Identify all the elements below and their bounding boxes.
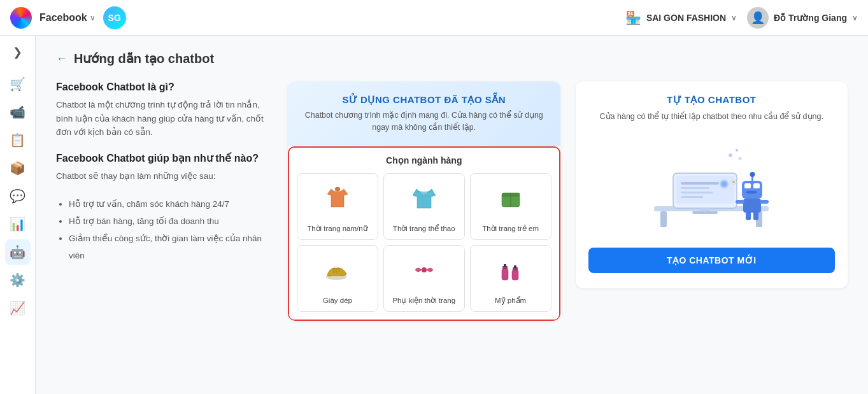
preset-subtitle: Chatbot chương trình mặc định mang đi. C… (298, 109, 550, 134)
shoes-label: Giày dép (323, 297, 352, 304)
svg-rect-9 (504, 264, 506, 267)
svg-rect-22 (681, 192, 713, 193)
svg-rect-31 (746, 191, 757, 193)
svg-rect-34 (760, 200, 769, 204)
fashion-sport-icon (409, 183, 439, 219)
industry-card-fashion-male-female[interactable]: Thời trang nam/nữ (297, 173, 378, 240)
sidebar-item-box[interactable]: 📦 (5, 155, 31, 181)
topbar-right: 🏪 SAI GON FASHION ∨ 👤 Đỗ Trường Giang ∨ (625, 7, 858, 29)
channel-avatar[interactable]: SG (103, 6, 126, 29)
cosmetics-label: Mỹ phẩm (495, 296, 526, 305)
facebook-chevron-icon: ∨ (90, 13, 96, 22)
user-menu[interactable]: 👤 Đỗ Trường Giang ∨ (747, 7, 858, 29)
store-icon: 🏪 (625, 10, 641, 25)
user-chevron-icon: ∨ (852, 13, 858, 22)
svg-rect-33 (736, 200, 744, 204)
sidebar-item-analytics[interactable]: 📈 (5, 295, 31, 321)
sidebar-item-bot[interactable]: 🤖 (5, 239, 31, 265)
cosmetics-icon (495, 255, 526, 291)
section2-title: Facebook Chatbot giúp bạn như thế nào? (56, 152, 273, 164)
sidebar-item-orders[interactable]: 📋 (5, 127, 31, 153)
store-name: SAI GON FASHION (646, 13, 726, 23)
fashion-male-female-icon (322, 183, 353, 219)
section1-title: Facebook Chatbot là gì? (56, 81, 273, 93)
topbar: Facebook ∨ SG 🏪 SAI GON FASHION ∨ 👤 Đỗ T… (0, 0, 868, 36)
fashion-male-female-label: Thời trang nam/nữ (307, 224, 368, 233)
custom-chatbot-subtitle: Cửa hàng có thể tự thiết lập chatbot the… (600, 111, 823, 123)
user-name: Đỗ Trường Giang (774, 13, 847, 23)
section2-intro: Chatbot sẽ thay bạn làm những việc sau: (56, 169, 273, 183)
store-chevron-icon: ∨ (731, 13, 737, 22)
svg-rect-36 (753, 211, 758, 220)
svg-rect-35 (746, 211, 751, 220)
bullet-3: Giảm thiểu công sức, thời gian làm việc … (69, 230, 273, 264)
industry-card-shoes[interactable]: Giày dép (297, 245, 378, 312)
svg-rect-1 (421, 192, 427, 193)
sidebar-item-chat[interactable]: 💬 (5, 183, 31, 209)
section1-body: Chatbot là một chương trình tự động trả … (56, 98, 273, 139)
left-column: Facebook Chatbot là gì? Chatbot là một c… (56, 81, 273, 264)
industry-card-accessories[interactable]: Phụ kiện thời trang (383, 245, 465, 312)
industry-selector: Chọn ngành hàng (288, 146, 560, 321)
content-grid: Facebook Chatbot là gì? Chatbot là một c… (56, 81, 848, 321)
store-switcher[interactable]: 🏪 SAI GON FASHION ∨ (625, 10, 737, 25)
svg-rect-30 (753, 183, 760, 188)
svg-rect-10 (512, 270, 518, 280)
industry-card-cosmetics[interactable]: Mỹ phẩm (470, 245, 551, 312)
shoes-icon (322, 255, 353, 292)
industry-grid: Thời trang nam/nữ Thời tr (297, 173, 551, 312)
svg-rect-32 (743, 199, 761, 213)
svg-rect-23 (681, 196, 703, 198)
svg-rect-21 (681, 187, 709, 189)
sidebar-toggle-button[interactable]: ❯ (6, 41, 29, 64)
feature-list: Hỗ trợ tư vấn, chăm sóc khách hàng 24/7 … (56, 195, 273, 264)
page-title: Hướng dẫn tạo chatbot (74, 51, 214, 66)
custom-chatbot-title: TỰ TẠO CHATBOT (667, 94, 757, 106)
facebook-switcher[interactable]: Facebook ∨ (39, 12, 96, 24)
svg-point-0 (335, 187, 340, 191)
user-avatar: 👤 (747, 7, 769, 29)
svg-rect-20 (681, 182, 719, 185)
svg-rect-29 (744, 183, 751, 188)
preset-header: SỬ DỤNG CHATBOT ĐÃ TẠO SẴN Chatbot chươn… (288, 81, 560, 146)
svg-point-38 (750, 172, 755, 177)
chatbot-illustration (588, 133, 836, 235)
content-area: ← Hướng dẫn tạo chatbot Facebook Chatbot… (36, 36, 868, 394)
svg-rect-28 (742, 181, 762, 199)
svg-rect-14 (660, 211, 667, 227)
custom-chatbot-panel: TỰ TẠO CHATBOT Cửa hàng có thể tự thiết … (576, 81, 848, 288)
back-button[interactable]: ← (56, 52, 68, 66)
svg-point-39 (729, 153, 732, 157)
preset-chatbot-panel: SỬ DỤNG CHATBOT ĐÃ TẠO SẴN Chatbot chươn… (288, 81, 560, 321)
accessories-label: Phụ kiện thời trang (392, 296, 455, 305)
facebook-label: Facebook (39, 12, 87, 24)
main-layout: ❯ 🛒 📹 📋 📦 💬 📊 🤖 ⚙️ 📈 ← Hướng dẫn tạo cha… (0, 36, 868, 394)
svg-rect-12 (514, 265, 516, 268)
page-header: ← Hướng dẫn tạo chatbot (56, 51, 848, 66)
fashion-kids-label: Thời trang trẻ em (482, 224, 539, 233)
app-logo (10, 7, 32, 29)
svg-point-40 (736, 149, 738, 151)
svg-rect-7 (502, 269, 508, 280)
sidebar-item-cart[interactable]: 🛒 (5, 71, 31, 97)
fashion-sport-label: Thời trang thể thao (393, 224, 455, 233)
bullet-1: Hỗ trợ tư vấn, chăm sóc khách hàng 24/7 (69, 195, 273, 213)
sidebar-item-report[interactable]: 📊 (5, 211, 31, 237)
svg-point-25 (722, 181, 727, 186)
industry-card-fashion-sport[interactable]: Thời trang thể thao (383, 173, 465, 240)
svg-rect-19 (692, 211, 718, 214)
svg-point-41 (739, 157, 742, 160)
svg-point-27 (732, 181, 735, 183)
industry-card-fashion-kids[interactable]: Thời trang trẻ em (470, 173, 551, 240)
fashion-kids-icon (495, 183, 526, 219)
sidebar: ❯ 🛒 📹 📋 📦 💬 📊 🤖 ⚙️ 📈 (0, 36, 36, 394)
preset-title: SỬ DỤNG CHATBOT ĐÃ TẠO SẴN (298, 94, 550, 106)
svg-point-6 (422, 267, 427, 272)
accessories-icon (409, 255, 439, 291)
create-chatbot-button[interactable]: TẠO CHATBOT MỚI (588, 248, 836, 273)
bullet-2: Hỗ trợ bán hàng, tăng tối đa doanh thu (69, 213, 273, 230)
industry-selector-title: Chọn ngành hàng (297, 155, 551, 165)
sidebar-item-video[interactable]: 📹 (5, 99, 31, 125)
sidebar-item-settings[interactable]: ⚙️ (5, 267, 31, 293)
